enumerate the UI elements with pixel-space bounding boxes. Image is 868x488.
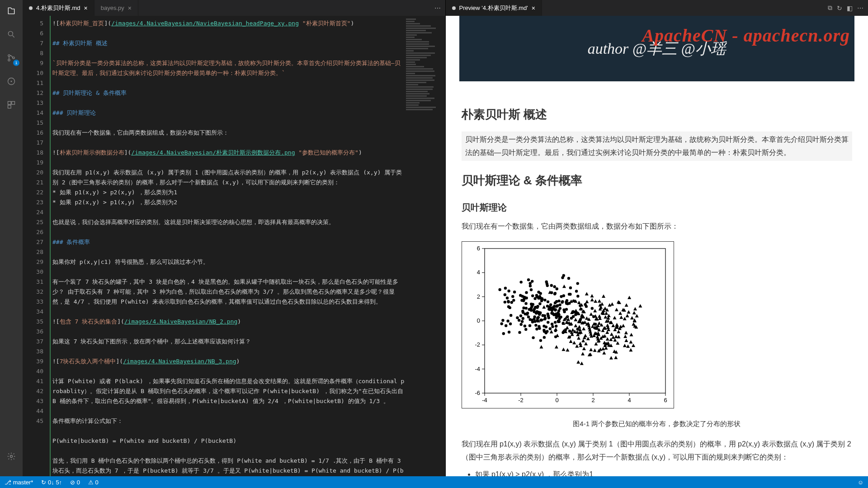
svg-point-221 xyxy=(544,332,547,334)
tab[interactable]: 4.朴素贝叶斯.md× xyxy=(23,0,94,16)
close-icon[interactable]: × xyxy=(532,5,535,12)
svg-point-216 xyxy=(567,277,570,280)
more-icon[interactable]: ⋯ xyxy=(857,5,863,12)
svg-marker-445 xyxy=(562,285,566,288)
svg-marker-450 xyxy=(600,302,604,306)
paragraph: 我们现在用 p1(x,y) 表示数据点 (x,y) 属于类别 1（图中用圆点表示… xyxy=(462,438,853,464)
debug-icon[interactable] xyxy=(5,75,18,88)
settings-icon[interactable] xyxy=(5,450,18,463)
scm-icon[interactable]: 1 xyxy=(5,52,18,64)
svg-marker-463 xyxy=(609,333,613,336)
feedback-icon[interactable]: ☺ xyxy=(858,479,863,486)
svg-point-137 xyxy=(553,321,556,324)
svg-point-200 xyxy=(502,332,505,335)
svg-marker-427 xyxy=(602,295,605,298)
svg-marker-461 xyxy=(609,356,613,360)
svg-marker-418 xyxy=(627,310,630,314)
svg-marker-339 xyxy=(635,314,638,318)
svg-point-186 xyxy=(521,310,524,312)
svg-point-208 xyxy=(543,299,546,301)
preview-pane[interactable]: author @羊三 @小瑶 ApacheCN - apachecn.org 朴… xyxy=(446,16,868,476)
svg-marker-315 xyxy=(586,337,590,341)
svg-marker-456 xyxy=(580,361,583,365)
svg-point-178 xyxy=(550,323,553,325)
svg-marker-293 xyxy=(629,333,633,337)
svg-point-160 xyxy=(507,305,509,308)
tab[interactable]: bayes.py× xyxy=(94,0,138,16)
svg-marker-259 xyxy=(593,348,596,352)
branch-indicator[interactable]: ⎇ master* xyxy=(5,479,33,486)
svg-marker-430 xyxy=(615,323,618,327)
svg-point-228 xyxy=(530,306,533,309)
svg-point-77 xyxy=(554,325,557,328)
svg-point-230 xyxy=(521,317,524,319)
svg-marker-275 xyxy=(625,314,629,318)
svg-marker-470 xyxy=(638,304,642,308)
close-icon[interactable]: × xyxy=(84,5,88,12)
search-icon[interactable] xyxy=(5,28,18,41)
svg-text:-4: -4 xyxy=(482,397,487,404)
svg-point-256 xyxy=(540,319,542,321)
heading-theory-cp: 贝叶斯理论 & 条件概率 xyxy=(462,170,853,191)
svg-point-3 xyxy=(13,57,14,59)
svg-marker-358 xyxy=(555,333,559,337)
svg-marker-403 xyxy=(582,327,585,331)
modified-dot xyxy=(452,6,456,10)
line-gutter: 5678910111213141516171819202122232425262… xyxy=(23,16,50,476)
svg-marker-330 xyxy=(617,330,620,333)
svg-point-205 xyxy=(501,319,504,322)
svg-marker-459 xyxy=(575,344,579,348)
svg-marker-355 xyxy=(542,305,546,309)
svg-point-75 xyxy=(503,300,506,303)
tab[interactable]: Preview '4.朴素贝叶斯.md'× xyxy=(446,0,542,16)
errors-indicator[interactable]: ⊘ 0 xyxy=(70,479,80,486)
svg-text:0: 0 xyxy=(476,317,480,324)
svg-point-127 xyxy=(532,336,534,339)
svg-marker-345 xyxy=(549,330,553,333)
svg-text:2: 2 xyxy=(591,397,594,404)
svg-point-81 xyxy=(524,302,527,305)
svg-point-191 xyxy=(545,280,547,283)
heading-overview: 朴素贝叶斯 概述 xyxy=(462,104,853,125)
svg-marker-307 xyxy=(589,312,593,316)
svg-marker-257 xyxy=(621,324,625,328)
warnings-indicator[interactable]: ⚠ 0 xyxy=(88,479,99,486)
preview-sync-icon[interactable]: ↻ xyxy=(837,5,842,12)
svg-text:-6: -6 xyxy=(475,389,480,396)
paragraph: 我们现在有一个数据集，它由两类数据组成，数据分布如下图所示： xyxy=(462,220,853,233)
close-icon[interactable]: × xyxy=(128,5,132,12)
paragraph: 贝叶斯分类是一类分类算法的总称，这类算法均以贝叶斯定理为基础，故统称为贝叶斯分类… xyxy=(462,131,853,161)
svg-point-244 xyxy=(590,307,593,310)
svg-point-66 xyxy=(576,282,579,285)
svg-marker-341 xyxy=(611,335,615,339)
svg-point-233 xyxy=(520,299,523,301)
svg-marker-366 xyxy=(581,339,585,343)
svg-marker-365 xyxy=(602,351,606,355)
more-icon[interactable]: ⋯ xyxy=(434,5,441,12)
svg-point-212 xyxy=(557,300,560,302)
svg-point-155 xyxy=(538,325,540,328)
code-area[interactable]: ![朴素贝叶斯_首页](/images/4.NaiveBayesian/Navi… xyxy=(50,16,405,476)
split-icon[interactable]: ◧ xyxy=(847,5,853,12)
svg-point-175 xyxy=(568,330,571,333)
extensions-icon[interactable] xyxy=(5,99,18,111)
svg-text:-2: -2 xyxy=(518,397,524,404)
svg-rect-7 xyxy=(12,102,15,105)
preview-refresh-icon[interactable]: ⧉ xyxy=(828,4,832,12)
sync-indicator[interactable]: ↻ 0↓ 5↑ xyxy=(41,479,62,486)
svg-text:-2: -2 xyxy=(475,341,480,348)
svg-marker-372 xyxy=(604,311,608,315)
svg-marker-332 xyxy=(614,308,618,311)
svg-point-218 xyxy=(505,296,508,299)
svg-text:6: 6 xyxy=(476,245,480,252)
explorer-icon[interactable] xyxy=(5,5,18,17)
svg-point-145 xyxy=(555,287,558,290)
svg-marker-389 xyxy=(593,309,597,313)
svg-marker-371 xyxy=(589,348,593,352)
svg-marker-367 xyxy=(574,318,577,321)
heading-theory: 贝叶斯理论 xyxy=(462,199,853,216)
hero-brand: ApacheCN - apachecn.org xyxy=(642,25,850,46)
minimap[interactable] xyxy=(405,16,445,476)
svg-point-110 xyxy=(523,324,526,327)
svg-marker-390 xyxy=(630,316,634,319)
